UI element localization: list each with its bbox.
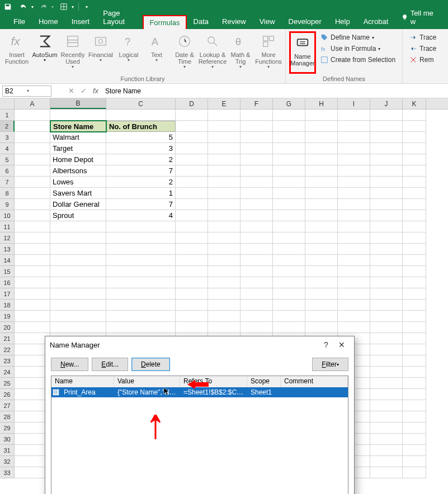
cell[interactable] [403, 255, 426, 266]
cell[interactable] [208, 143, 240, 154]
insert-function-fx-button[interactable]: fx [89, 86, 102, 97]
row-header[interactable]: 31 [0, 445, 15, 456]
filter-button[interactable]: Filter ▾ [312, 358, 348, 371]
cell[interactable] [305, 143, 338, 154]
col-header[interactable]: G [273, 98, 305, 109]
row-header[interactable]: 33 [0, 467, 15, 478]
dialog-close-button[interactable]: ✕ [334, 338, 350, 352]
cell[interactable] [305, 255, 338, 266]
cell[interactable] [403, 333, 426, 344]
cell[interactable] [403, 221, 426, 232]
cell[interactable] [106, 244, 176, 255]
redo-dropdown[interactable]: ▾ [51, 4, 54, 10]
cell[interactable] [15, 188, 50, 199]
cell[interactable] [208, 322, 240, 333]
cell[interactable] [273, 199, 305, 210]
row-header[interactable]: 10 [0, 210, 15, 221]
row-header[interactable]: 29 [0, 422, 15, 434]
cell[interactable] [273, 266, 305, 277]
col-header[interactable]: A [15, 98, 50, 109]
cell[interactable] [305, 121, 338, 132]
cell[interactable] [305, 221, 338, 232]
row-header[interactable]: 7 [0, 177, 15, 188]
cell[interactable] [208, 110, 240, 121]
cell[interactable] [15, 121, 50, 132]
cell[interactable] [338, 188, 370, 199]
cell[interactable] [403, 232, 426, 244]
col-scope[interactable]: Scope [247, 376, 281, 387]
cell[interactable] [208, 244, 240, 255]
names-list[interactable]: Name Value Refers To Scope Comment Print… [51, 376, 348, 494]
cell[interactable] [176, 110, 208, 121]
formula-input[interactable] [102, 86, 448, 97]
cell[interactable] [208, 188, 240, 199]
cell[interactable] [305, 188, 338, 199]
cell[interactable] [370, 277, 403, 288]
cell[interactable] [305, 322, 338, 333]
cell[interactable] [305, 165, 338, 177]
cell[interactable] [338, 132, 370, 143]
cell[interactable] [370, 411, 403, 422]
cell[interactable] [338, 232, 370, 244]
cell[interactable] [15, 177, 50, 188]
cell[interactable] [338, 199, 370, 210]
name-manager-button[interactable]: Name Manager [289, 31, 316, 74]
cell[interactable] [370, 199, 403, 210]
row-header[interactable]: 18 [0, 300, 15, 311]
cell[interactable] [338, 311, 370, 322]
cell[interactable] [305, 244, 338, 255]
cell[interactable] [15, 221, 50, 232]
cell[interactable] [305, 132, 338, 143]
col-header[interactable]: K [403, 98, 426, 109]
cell[interactable] [176, 288, 208, 300]
cell[interactable]: Target [50, 143, 106, 154]
cell[interactable] [50, 288, 106, 300]
tab-formulas[interactable]: Formulas [143, 15, 186, 29]
cancel-formula-button[interactable]: ✕ [65, 86, 77, 97]
cell[interactable] [15, 266, 50, 277]
row-header[interactable]: 32 [0, 456, 15, 467]
cell[interactable] [403, 467, 426, 478]
row-header[interactable]: 27 [0, 400, 15, 411]
cell[interactable] [240, 121, 273, 132]
cell[interactable] [403, 110, 426, 121]
cell[interactable] [240, 300, 273, 311]
cell[interactable] [370, 333, 403, 344]
cell[interactable] [370, 456, 403, 467]
cell[interactable] [15, 232, 50, 244]
cell[interactable] [15, 288, 50, 300]
col-value[interactable]: Value [114, 376, 180, 387]
cell[interactable] [240, 288, 273, 300]
cell[interactable] [273, 221, 305, 232]
cell[interactable] [240, 110, 273, 121]
cell[interactable] [208, 288, 240, 300]
row-header[interactable]: 16 [0, 277, 15, 288]
lookup-button[interactable]: Lookup & Reference▾ [199, 31, 226, 74]
cell[interactable] [240, 177, 273, 188]
save-button[interactable] [2, 1, 13, 12]
row-header[interactable]: 1 [0, 110, 15, 121]
select-all-corner[interactable] [0, 98, 15, 109]
cell[interactable] [370, 244, 403, 255]
cell[interactable] [403, 165, 426, 177]
more-functions-button[interactable]: More Functions▾ [255, 31, 282, 74]
cell[interactable] [240, 255, 273, 266]
row-header[interactable]: 9 [0, 199, 15, 210]
cell[interactable] [240, 154, 273, 165]
cell[interactable] [403, 143, 426, 154]
cell[interactable] [240, 221, 273, 232]
cell[interactable] [305, 300, 338, 311]
cell[interactable]: 2 [106, 177, 176, 188]
cell[interactable] [50, 311, 106, 322]
cell[interactable] [176, 143, 208, 154]
cell[interactable] [106, 311, 176, 322]
row-header[interactable]: 24 [0, 367, 15, 378]
remove-arrows-button[interactable]: Rem [408, 55, 437, 65]
cell[interactable] [208, 210, 240, 221]
cell[interactable] [403, 154, 426, 165]
cell[interactable] [176, 188, 208, 199]
cell[interactable] [403, 322, 426, 333]
cell[interactable] [403, 411, 426, 422]
cell[interactable] [403, 400, 426, 411]
cell[interactable] [338, 244, 370, 255]
